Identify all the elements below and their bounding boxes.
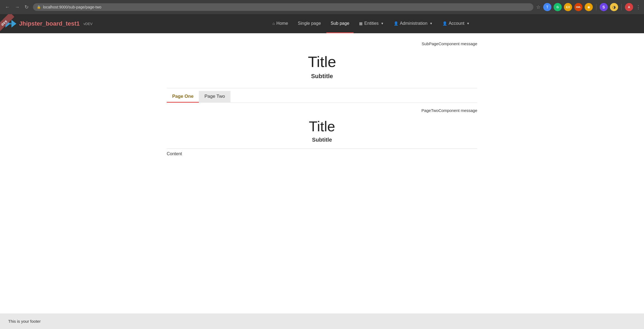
home-icon: ⌂: [272, 21, 275, 26]
grammarly-extension[interactable]: G: [554, 3, 562, 11]
app-content: SubPageComponent message Title Subtitle …: [0, 33, 644, 313]
moon-extension[interactable]: ◑: [610, 3, 618, 11]
entities-dropdown-arrow: ▼: [381, 22, 384, 25]
page-two-main-subtitle: Subtitle: [167, 137, 477, 143]
dev-ribbon-label: dev: [0, 14, 14, 33]
subpage-component-message: SubPageComponent message: [167, 39, 477, 47]
app-footer: This is your footer: [0, 313, 644, 329]
nav-entities-label: Entities: [364, 21, 378, 26]
page-two-title-section: Title Subtitle: [167, 115, 477, 148]
lock-icon: 🔒: [37, 5, 41, 9]
forward-button[interactable]: →: [13, 3, 21, 11]
page-two-content: PageTwoComponent message Title Subtitle …: [167, 103, 477, 164]
entities-icon: ▦: [359, 21, 363, 26]
nav-account-label: Account: [449, 21, 464, 26]
nav-sub-page[interactable]: Sub page: [326, 14, 354, 33]
s-extension[interactable]: S: [600, 3, 608, 11]
nav-administration-label: Administration: [400, 21, 427, 26]
nav-administration[interactable]: 👤 Administration ▼: [389, 14, 437, 33]
avatar-extension[interactable]: A: [625, 3, 633, 11]
footer-text: This is your footer: [8, 319, 41, 324]
rss-extension[interactable]: ◉: [585, 3, 593, 11]
back-button[interactable]: ←: [3, 3, 11, 11]
browser-menu-button[interactable]: ⋮: [636, 4, 641, 10]
dev-ribbon: dev: [0, 14, 25, 39]
brand-name: Jhipster_board_test1: [19, 20, 80, 27]
subpage-main-subtitle: Subtitle: [167, 73, 477, 80]
subpage-main-title: Title: [167, 53, 477, 71]
nav-single-page-label: Single page: [298, 21, 321, 26]
nav-sub-page-label: Sub page: [331, 21, 350, 26]
tab-page-one[interactable]: Page One: [167, 91, 199, 103]
page-container: SubPageComponent message Title Subtitle …: [159, 33, 485, 170]
tab-list: Page One Page Two: [167, 91, 477, 103]
nav-home[interactable]: ⌂ Home: [268, 14, 292, 33]
administration-icon: 👤: [394, 21, 398, 26]
address-bar[interactable]: 🔒: [33, 3, 533, 11]
nav-home-label: Home: [277, 21, 288, 26]
url-input[interactable]: [43, 5, 530, 9]
page-two-main-title: Title: [167, 118, 477, 135]
xml-extension[interactable]: XML: [574, 3, 582, 11]
extension-divider-2: [621, 4, 622, 10]
browser-chrome: ← → ↻ 🔒 ☆ T G EX XML ◉ S ◑ A ⋮: [0, 0, 644, 14]
browser-extensions: T G EX XML ◉ S ◑ A: [543, 3, 633, 11]
ex-extension[interactable]: EX: [564, 3, 572, 11]
app-navbar: dev Jhipster_board_test1 vDEV ⌂ Home Sin…: [0, 14, 644, 33]
page-two-component-message: PageTwoComponent message: [167, 108, 477, 113]
refresh-button[interactable]: ↻: [23, 3, 30, 11]
subpage-title-section: Title Subtitle: [167, 47, 477, 88]
brand-version: vDEV: [84, 22, 93, 26]
browser-nav-buttons: ← → ↻: [3, 3, 30, 11]
account-dropdown-arrow: ▼: [467, 22, 470, 25]
tab-page-two[interactable]: Page Two: [199, 91, 230, 103]
tabs-section: Page One Page Two: [167, 88, 477, 103]
nav-account[interactable]: 👤 Account ▼: [438, 14, 474, 33]
nav-links: ⌂ Home Single page Sub page ▦ Entities ▼…: [104, 14, 639, 33]
administration-dropdown-arrow: ▼: [430, 22, 433, 25]
account-icon: 👤: [442, 21, 447, 26]
page-two-content-text: Content: [167, 149, 477, 159]
nav-single-page[interactable]: Single page: [293, 14, 325, 33]
translate-extension[interactable]: T: [543, 3, 551, 11]
extension-divider: [596, 4, 596, 10]
nav-entities[interactable]: ▦ Entities ▼: [355, 14, 388, 33]
bookmark-button[interactable]: ☆: [536, 4, 540, 10]
